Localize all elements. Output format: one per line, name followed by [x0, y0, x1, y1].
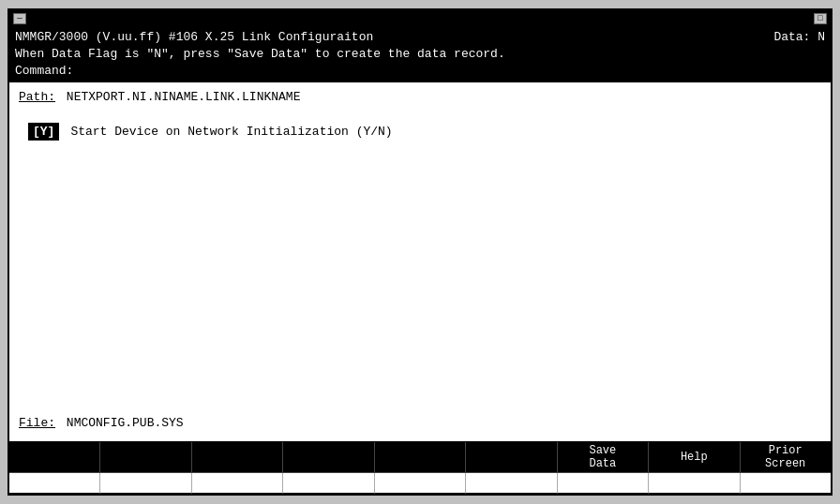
prior-screen-button[interactable]: PriorScreen	[741, 442, 831, 472]
fkey-3[interactable]	[192, 442, 283, 472]
fkey-5[interactable]	[375, 442, 466, 472]
fkey2-2[interactable]	[100, 473, 191, 494]
maximize-button[interactable]: □	[814, 13, 827, 24]
fkey-row-1: SaveData Help PriorScreen	[9, 441, 831, 472]
field-row-0: [Y] Start Device on Network Initializati…	[19, 123, 821, 141]
file-line: File: NMCONFIG.PUB.SYS	[19, 416, 821, 434]
fkey2-4[interactable]	[283, 473, 374, 494]
path-value: NETXPORT.NI.NINAME.LINK.LINKNAME	[67, 90, 301, 104]
path-line: Path: NETXPORT.NI.NINAME.LINK.LINKNAME	[19, 90, 821, 104]
title-bar-left: —	[13, 13, 26, 24]
title-bar: — □	[9, 10, 831, 27]
fkey-1[interactable]	[9, 442, 100, 472]
fkey2-7[interactable]	[558, 473, 649, 494]
path-label: Path:	[19, 90, 55, 104]
header-line1: NMMGR/3000 (V.uu.ff) #106 X.25 Link Conf…	[15, 29, 825, 46]
fkey-4[interactable]	[283, 442, 374, 472]
main-window: — □ NMMGR/3000 (V.uu.ff) #106 X.25 Link …	[8, 8, 832, 496]
minimize-button[interactable]: —	[13, 13, 26, 24]
fkey-row-2	[9, 472, 831, 494]
instruction-text: When Data Flag is "N", press "Save Data"…	[15, 46, 825, 63]
fkey-6[interactable]	[466, 442, 557, 472]
fkey2-1[interactable]	[9, 473, 100, 494]
file-value: NMCONFIG.PUB.SYS	[67, 416, 184, 430]
app-title: NMMGR/3000 (V.uu.ff) #106 X.25 Link Conf…	[15, 29, 373, 46]
field-label-0: Start Device on Network Initialization (…	[70, 125, 392, 139]
file-label: File:	[19, 416, 55, 430]
save-data-button[interactable]: SaveData	[558, 442, 649, 472]
data-flag: Data: N	[773, 29, 825, 46]
content-spacer	[19, 148, 821, 416]
help-button[interactable]: Help	[649, 442, 740, 472]
command-label: Command:	[15, 63, 825, 80]
main-content: Path: NETXPORT.NI.NINAME.LINK.LINKNAME […	[9, 82, 831, 441]
fkey-2[interactable]	[100, 442, 191, 472]
fkey2-5[interactable]	[375, 473, 466, 494]
fkey2-8[interactable]	[649, 473, 740, 494]
fkey2-9[interactable]	[741, 473, 831, 494]
field-value-0[interactable]: [Y]	[28, 123, 59, 141]
header-area: NMMGR/3000 (V.uu.ff) #106 X.25 Link Conf…	[9, 27, 831, 82]
fkey2-3[interactable]	[192, 473, 283, 494]
function-keys-area: SaveData Help PriorScreen	[9, 441, 831, 494]
fkey2-6[interactable]	[466, 473, 557, 494]
